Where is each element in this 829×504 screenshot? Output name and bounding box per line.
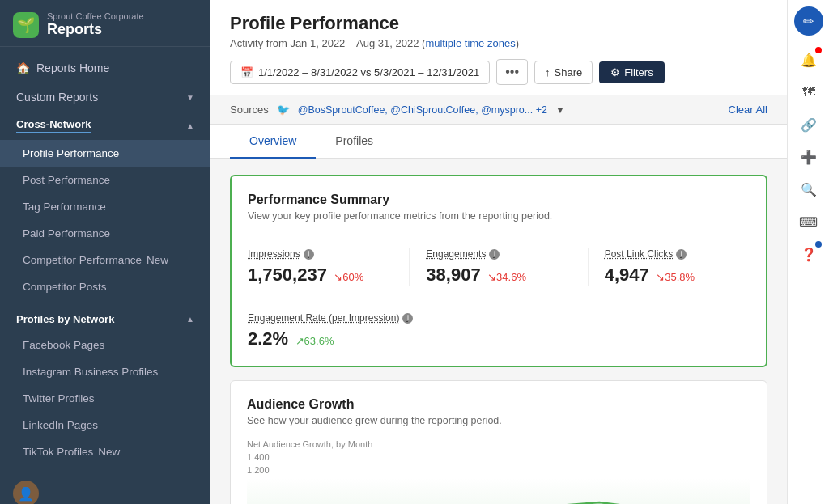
post-link-clicks-change: ↘35.8%: [656, 271, 695, 283]
alert-dot: [815, 47, 822, 53]
sources-chevron-icon[interactable]: ▼: [555, 104, 565, 116]
sidebar-item-custom-reports[interactable]: Custom Reports ▼: [0, 83, 210, 112]
paid-performance-label: Paid Performance: [23, 227, 110, 239]
page-header: Profile Performance Activity from Jan 1,…: [210, 0, 787, 95]
sidebar-item-competitor-posts[interactable]: Competitor Posts: [0, 273, 210, 300]
competitor-performance-label: Competitor Performance: [23, 254, 142, 266]
tabs: Overview Profiles: [210, 125, 787, 159]
impressions-value: 1,750,237: [248, 265, 327, 285]
edit-button[interactable]: ✏: [794, 6, 823, 36]
sidebar-item-tiktok-profiles[interactable]: TikTok Profiles New: [0, 438, 210, 465]
clear-all-button[interactable]: Clear All: [729, 104, 767, 116]
map-button[interactable]: 🗺: [794, 78, 823, 107]
engagement-rate-change: ↗63.6%: [295, 335, 334, 347]
filters-button[interactable]: ⚙ Filters: [599, 61, 664, 83]
engagements-label: Engagements i: [426, 248, 571, 260]
impressions-info-icon[interactable]: i: [304, 249, 314, 260]
search-button[interactable]: 🔍: [794, 175, 823, 204]
sidebar-brand: 🌱 Sprout Coffee Corporate Reports: [13, 11, 198, 38]
profiles-by-network-arrow: ▲: [186, 315, 194, 324]
twitter-profiles-label: Twitter Profiles: [23, 392, 95, 404]
chart-y-axis: 1,400 1,200: [247, 452, 750, 475]
more-options-button[interactable]: •••: [496, 59, 528, 85]
sidebar-item-paid-performance[interactable]: Paid Performance: [0, 220, 210, 247]
share-button[interactable]: ↑ Share: [534, 61, 593, 84]
post-link-clicks-value: 4,947: [605, 265, 649, 285]
perf-summary-title: Performance Summary: [248, 193, 750, 207]
section-cross-network[interactable]: Cross-Network ▲: [0, 112, 210, 140]
search-icon: 🔍: [801, 182, 817, 197]
twitter-icon: 🐦: [277, 104, 290, 116]
sidebar-item-profile-performance[interactable]: Profile Performance: [0, 140, 210, 167]
engagements-info-icon[interactable]: i: [489, 249, 500, 260]
share-label: Share: [555, 66, 583, 78]
chart-svg: [247, 478, 750, 504]
audience-growth-title: Audience Growth: [247, 397, 750, 412]
custom-reports-label: Custom Reports: [16, 91, 180, 104]
add-icon: ➕: [801, 150, 817, 165]
sidebar-item-competitor-performance[interactable]: Competitor Performance New: [0, 247, 210, 273]
reports-home-label: Reports Home: [36, 61, 194, 74]
chart-container: Net Audience Growth, by Month 1,400 1,20…: [247, 439, 750, 504]
sidebar-nav: 🏠 Reports Home Custom Reports ▼ Cross-Ne…: [0, 47, 210, 472]
tab-overview[interactable]: Overview: [230, 125, 316, 159]
alert-button[interactable]: 🔔: [794, 45, 823, 74]
content-area: Overview Profiles Performance Summary Vi…: [210, 125, 787, 504]
edit-icon: ✏: [803, 14, 814, 29]
alert-icon: 🔔: [801, 53, 817, 68]
add-button[interactable]: ➕: [794, 142, 823, 172]
main-content: Profile Performance Activity from Jan 1,…: [210, 0, 787, 504]
sidebar-item-twitter-profiles[interactable]: Twitter Profiles: [0, 385, 210, 412]
sidebar-item-linkedin-pages[interactable]: LinkedIn Pages: [0, 412, 210, 438]
post-link-clicks-info-icon[interactable]: i: [676, 249, 687, 260]
y-label-1400: 1,400: [247, 452, 270, 462]
sidebar-item-facebook-pages[interactable]: Facebook Pages: [0, 332, 210, 358]
keyboard-button[interactable]: ⌨: [794, 207, 823, 236]
post-performance-label: Post Performance: [23, 174, 110, 186]
post-link-clicks-value-row: 4,947 ↘35.8%: [605, 265, 750, 286]
icon-bar: ✏ 🔔 🗺 🔗 ➕ 🔍 ⌨ ❓: [787, 0, 829, 504]
tag-performance-label: Tag Performance: [23, 201, 106, 213]
engagement-rate-info-icon[interactable]: i: [402, 313, 413, 324]
performance-summary-card: Performance Summary View your key profil…: [230, 175, 767, 367]
tab-profiles[interactable]: Profiles: [316, 125, 393, 159]
toolbar: 📅 1/1/2022 – 8/31/2022 vs 5/3/2021 – 12/…: [230, 59, 767, 95]
sidebar-item-reports-home[interactable]: 🏠 Reports Home: [0, 53, 210, 83]
tiktok-badge: New: [98, 446, 120, 458]
help-icon: ❓: [801, 247, 817, 262]
sidebar: 🌱 Sprout Coffee Corporate Reports 🏠 Repo…: [0, 0, 210, 504]
date-range-label: 1/1/2022 – 8/31/2022 vs 5/3/2021 – 12/31…: [258, 66, 479, 78]
engagement-rate-value: 2.2%: [248, 328, 288, 349]
page-subtitle: Activity from Jan 1, 2022 – Aug 31, 2022…: [230, 37, 767, 49]
sidebar-item-instagram-profiles[interactable]: Instagram Business Profiles: [0, 358, 210, 385]
engagements-value-row: 38,907 ↘34.6%: [426, 265, 571, 286]
engagements-value: 38,907: [426, 265, 480, 285]
sources-bar: Sources 🐦 @BosSproutCoffee, @ChiSproutCo…: [210, 95, 787, 125]
avatar[interactable]: 👤: [13, 481, 39, 504]
impressions-value-row: 1,750,237 ↘60%: [248, 265, 393, 286]
section-profiles-by-network[interactable]: Profiles by Network ▲: [0, 307, 210, 332]
metric-post-link-clicks: Post Link Clicks i 4,947 ↘35.8%: [605, 248, 750, 286]
sidebar-item-post-performance[interactable]: Post Performance: [0, 167, 210, 193]
help-button[interactable]: ❓: [794, 239, 823, 269]
date-range-button[interactable]: 📅 1/1/2022 – 8/31/2022 vs 5/3/2021 – 12/…: [230, 61, 490, 84]
cross-network-arrow: ▲: [186, 121, 194, 130]
profile-performance-label: Profile Performance: [23, 147, 119, 159]
sidebar-brand-text: Sprout Coffee Corporate Reports: [47, 11, 144, 38]
cards-area: Performance Summary View your key profil…: [210, 159, 787, 504]
engagement-rate-label: Engagement Rate (per Impression) i: [248, 312, 750, 324]
engagement-rate-row: Engagement Rate (per Impression) i 2.2% …: [248, 299, 750, 349]
audience-growth-subtitle: See how your audience grew during the re…: [247, 415, 750, 426]
chart-label: Net Audience Growth, by Month: [247, 439, 750, 449]
sidebar-item-tag-performance[interactable]: Tag Performance: [0, 193, 210, 220]
sidebar-footer: 👤: [0, 472, 210, 504]
sprout-logo-icon: 🌱: [13, 12, 39, 38]
linkedin-pages-label: LinkedIn Pages: [23, 419, 98, 431]
timezone-link[interactable]: multiple time zones: [425, 37, 515, 49]
chart-area: [247, 478, 750, 504]
calendar-icon: 📅: [240, 66, 253, 78]
custom-reports-arrow: ▼: [186, 93, 194, 102]
filters-icon: ⚙: [610, 66, 620, 78]
reports-home-icon: 🏠: [16, 61, 30, 74]
link-button[interactable]: 🔗: [794, 110, 823, 139]
